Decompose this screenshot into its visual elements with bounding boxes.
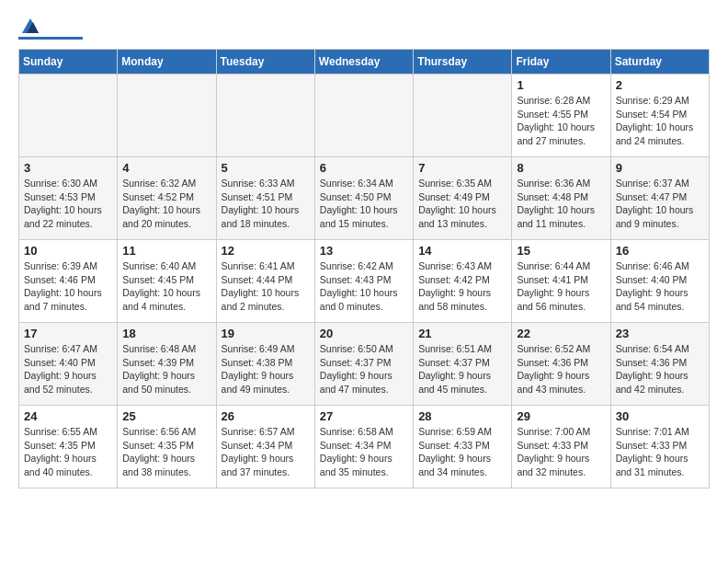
logo-underline	[18, 37, 83, 40]
day-number: 15	[517, 244, 605, 258]
calendar-day-cell: 8Sunrise: 6:36 AM Sunset: 4:48 PM Daylig…	[512, 157, 610, 240]
calendar-day-cell: 4Sunrise: 6:32 AM Sunset: 4:52 PM Daylig…	[118, 157, 216, 240]
weekday-header-saturday: Saturday	[610, 50, 709, 75]
day-number: 8	[517, 161, 605, 175]
calendar-day-cell: 27Sunrise: 6:58 AM Sunset: 4:34 PM Dayli…	[314, 406, 413, 488]
day-info: Sunrise: 6:46 AM Sunset: 4:40 PM Dayligh…	[616, 259, 704, 314]
calendar-empty-cell	[414, 75, 512, 157]
calendar-day-cell: 24Sunrise: 6:55 AM Sunset: 4:35 PM Dayli…	[19, 406, 118, 488]
day-info: Sunrise: 7:01 AM Sunset: 4:33 PM Dayligh…	[616, 425, 704, 479]
weekday-header-thursday: Thursday	[414, 50, 512, 75]
calendar-day-cell: 13Sunrise: 6:42 AM Sunset: 4:43 PM Dayli…	[314, 240, 413, 323]
day-number: 21	[418, 327, 506, 340]
day-info: Sunrise: 6:52 AM Sunset: 4:36 PM Dayligh…	[517, 342, 605, 396]
day-info: Sunrise: 6:35 AM Sunset: 4:49 PM Dayligh…	[418, 177, 506, 231]
calendar-day-cell: 22Sunrise: 6:52 AM Sunset: 4:36 PM Dayli…	[512, 323, 610, 406]
day-info: Sunrise: 6:41 AM Sunset: 4:44 PM Dayligh…	[222, 259, 310, 314]
weekday-header-sunday: Sunday	[19, 50, 118, 75]
calendar-day-cell: 15Sunrise: 6:44 AM Sunset: 4:41 PM Dayli…	[512, 240, 610, 323]
day-info: Sunrise: 7:00 AM Sunset: 4:33 PM Dayligh…	[517, 425, 605, 479]
day-info: Sunrise: 6:51 AM Sunset: 4:37 PM Dayligh…	[418, 342, 506, 396]
calendar-day-cell: 20Sunrise: 6:50 AM Sunset: 4:37 PM Dayli…	[314, 323, 413, 406]
day-info: Sunrise: 6:32 AM Sunset: 4:52 PM Dayligh…	[122, 177, 210, 231]
calendar-day-cell: 29Sunrise: 7:00 AM Sunset: 4:33 PM Dayli…	[512, 406, 610, 488]
day-number: 18	[122, 327, 210, 340]
day-number: 22	[517, 327, 605, 340]
day-number: 20	[320, 327, 408, 340]
calendar-week-row: 3Sunrise: 6:30 AM Sunset: 4:53 PM Daylig…	[19, 157, 710, 240]
calendar-week-row: 1Sunrise: 6:28 AM Sunset: 4:55 PM Daylig…	[19, 75, 710, 157]
calendar-day-cell: 17Sunrise: 6:47 AM Sunset: 4:40 PM Dayli…	[19, 323, 118, 406]
day-number: 25	[122, 409, 210, 423]
calendar-day-cell: 5Sunrise: 6:33 AM Sunset: 4:51 PM Daylig…	[216, 157, 314, 240]
day-number: 19	[222, 327, 310, 340]
day-info: Sunrise: 6:49 AM Sunset: 4:38 PM Dayligh…	[222, 342, 310, 396]
day-number: 9	[616, 161, 704, 175]
calendar-day-cell: 21Sunrise: 6:51 AM Sunset: 4:37 PM Dayli…	[414, 323, 512, 406]
calendar-empty-cell	[216, 75, 314, 157]
calendar-day-cell: 10Sunrise: 6:39 AM Sunset: 4:46 PM Dayli…	[19, 240, 118, 323]
day-number: 24	[24, 409, 112, 423]
day-info: Sunrise: 6:48 AM Sunset: 4:39 PM Dayligh…	[122, 342, 210, 396]
day-number: 30	[616, 409, 704, 423]
calendar-week-row: 10Sunrise: 6:39 AM Sunset: 4:46 PM Dayli…	[19, 240, 710, 323]
calendar-week-row: 24Sunrise: 6:55 AM Sunset: 4:35 PM Dayli…	[19, 406, 710, 488]
day-info: Sunrise: 6:34 AM Sunset: 4:50 PM Dayligh…	[320, 177, 408, 231]
day-number: 17	[24, 327, 112, 340]
weekday-header-wednesday: Wednesday	[314, 50, 413, 75]
calendar-empty-cell	[314, 75, 413, 157]
day-number: 27	[320, 409, 408, 423]
weekday-header-monday: Monday	[118, 50, 216, 75]
day-number: 5	[222, 161, 310, 175]
calendar-day-cell: 18Sunrise: 6:48 AM Sunset: 4:39 PM Dayli…	[118, 323, 216, 406]
calendar-empty-cell	[19, 75, 118, 157]
day-info: Sunrise: 6:40 AM Sunset: 4:45 PM Dayligh…	[122, 259, 210, 314]
day-info: Sunrise: 6:58 AM Sunset: 4:34 PM Dayligh…	[320, 425, 408, 479]
day-number: 28	[418, 409, 506, 423]
calendar-day-cell: 28Sunrise: 6:59 AM Sunset: 4:33 PM Dayli…	[414, 406, 512, 488]
day-number: 10	[24, 244, 112, 258]
day-info: Sunrise: 6:37 AM Sunset: 4:47 PM Dayligh…	[616, 177, 704, 231]
calendar-day-cell: 23Sunrise: 6:54 AM Sunset: 4:36 PM Dayli…	[610, 323, 709, 406]
calendar-day-cell: 3Sunrise: 6:30 AM Sunset: 4:53 PM Daylig…	[19, 157, 118, 240]
day-number: 14	[418, 244, 506, 258]
day-number: 3	[24, 161, 112, 175]
day-number: 1	[517, 78, 605, 92]
day-number: 29	[517, 409, 605, 423]
calendar-day-cell: 30Sunrise: 7:01 AM Sunset: 4:33 PM Dayli…	[610, 406, 709, 488]
day-info: Sunrise: 6:47 AM Sunset: 4:40 PM Dayligh…	[24, 342, 112, 396]
calendar-day-cell: 19Sunrise: 6:49 AM Sunset: 4:38 PM Dayli…	[216, 323, 314, 406]
day-info: Sunrise: 6:28 AM Sunset: 4:55 PM Dayligh…	[517, 94, 605, 148]
calendar-day-cell: 25Sunrise: 6:56 AM Sunset: 4:35 PM Dayli…	[118, 406, 216, 488]
logo	[18, 18, 83, 40]
day-number: 7	[418, 161, 506, 175]
day-info: Sunrise: 6:42 AM Sunset: 4:43 PM Dayligh…	[320, 259, 408, 314]
day-info: Sunrise: 6:54 AM Sunset: 4:36 PM Dayligh…	[616, 342, 704, 396]
calendar-day-cell: 7Sunrise: 6:35 AM Sunset: 4:49 PM Daylig…	[414, 157, 512, 240]
calendar-day-cell: 2Sunrise: 6:29 AM Sunset: 4:54 PM Daylig…	[610, 75, 709, 157]
day-number: 2	[616, 78, 704, 92]
day-number: 16	[616, 244, 704, 258]
day-info: Sunrise: 6:30 AM Sunset: 4:53 PM Dayligh…	[24, 177, 112, 231]
day-number: 4	[122, 161, 210, 175]
weekday-header-friday: Friday	[512, 50, 610, 75]
day-number: 11	[122, 244, 210, 258]
day-info: Sunrise: 6:33 AM Sunset: 4:51 PM Dayligh…	[222, 177, 310, 231]
day-number: 12	[222, 244, 310, 258]
calendar-day-cell: 6Sunrise: 6:34 AM Sunset: 4:50 PM Daylig…	[314, 157, 413, 240]
page-header	[18, 18, 710, 40]
calendar-day-cell: 1Sunrise: 6:28 AM Sunset: 4:55 PM Daylig…	[512, 75, 610, 157]
weekday-header-tuesday: Tuesday	[216, 50, 314, 75]
day-number: 26	[222, 409, 310, 423]
day-info: Sunrise: 6:59 AM Sunset: 4:33 PM Dayligh…	[418, 425, 506, 479]
day-number: 23	[616, 327, 704, 340]
logo-triangle-icon	[20, 17, 40, 35]
day-info: Sunrise: 6:29 AM Sunset: 4:54 PM Dayligh…	[616, 94, 704, 148]
calendar-day-cell: 14Sunrise: 6:43 AM Sunset: 4:42 PM Dayli…	[414, 240, 512, 323]
calendar-day-cell: 9Sunrise: 6:37 AM Sunset: 4:47 PM Daylig…	[610, 157, 709, 240]
day-info: Sunrise: 6:57 AM Sunset: 4:34 PM Dayligh…	[222, 425, 310, 479]
day-info: Sunrise: 6:39 AM Sunset: 4:46 PM Dayligh…	[24, 259, 112, 314]
day-info: Sunrise: 6:50 AM Sunset: 4:37 PM Dayligh…	[320, 342, 408, 396]
calendar-day-cell: 12Sunrise: 6:41 AM Sunset: 4:44 PM Dayli…	[216, 240, 314, 323]
calendar-table: SundayMondayTuesdayWednesdayThursdayFrid…	[18, 49, 710, 488]
